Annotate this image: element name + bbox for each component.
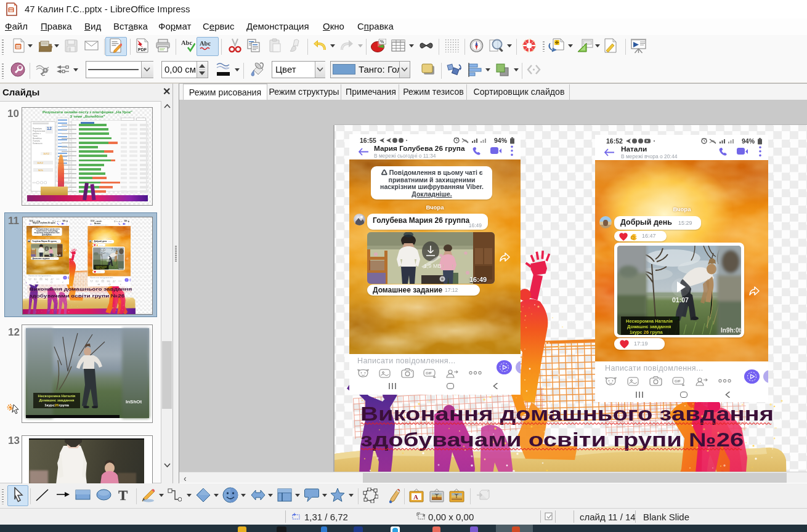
svg-text:%: % bbox=[380, 39, 384, 44]
svg-text:Abc: Abc bbox=[200, 40, 211, 47]
svg-text:A: A bbox=[413, 493, 418, 501]
svg-text:PDF: PDF bbox=[138, 47, 147, 52]
svg-text:Abc: Abc bbox=[181, 39, 192, 46]
svg-text:T: T bbox=[118, 488, 128, 502]
